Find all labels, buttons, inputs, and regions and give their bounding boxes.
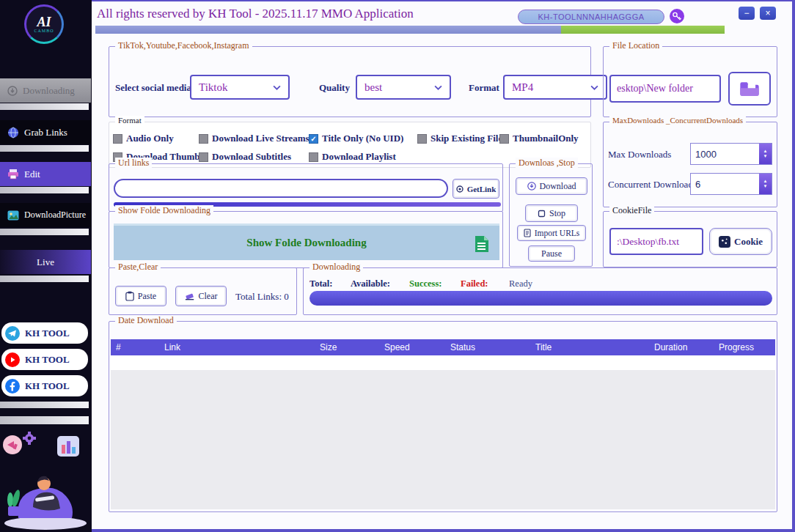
globe-icon — [7, 127, 19, 138]
import-file-icon — [524, 229, 531, 237]
app-logo: AI CAMBO — [24, 4, 64, 44]
youtube-icon — [5, 352, 20, 367]
chevron-down-icon — [590, 85, 598, 90]
column-header[interactable]: # — [111, 342, 159, 352]
social-media-select[interactable]: Tiktok — [190, 75, 290, 100]
divider — [0, 416, 89, 424]
download-icon — [527, 182, 536, 191]
import-urls-button[interactable]: Import URLs — [517, 225, 586, 241]
format-label: Format — [469, 82, 499, 94]
column-header[interactable]: Size — [315, 342, 379, 352]
checkbox-label: Download Playlist — [322, 151, 396, 163]
downloading-status-group: Downloading Total: Available: Success: F… — [303, 267, 777, 315]
divider — [0, 145, 89, 152]
spinner-down-icon[interactable]: ▼ — [763, 184, 768, 189]
selected-value: MP4 — [512, 81, 533, 94]
image-icon — [7, 210, 19, 221]
sidebar-item-label: Live — [37, 256, 54, 268]
column-header[interactable]: Duration — [649, 342, 714, 352]
download-controls-group: Downloas ,Stop Download Stop Import URLs… — [509, 163, 593, 267]
progress-segment-green — [561, 26, 725, 34]
group-title: Downloading — [309, 262, 363, 273]
column-header[interactable]: Speed — [379, 342, 445, 352]
checkbox-icon — [199, 152, 208, 162]
paste-clear-group: Paste,Clear Paste Clear Total Links: 0 — [109, 267, 297, 315]
group-title: Show Folde Downloading — [115, 205, 213, 216]
stop-button[interactable]: Stop — [525, 204, 578, 222]
telegram-icon — [5, 326, 20, 341]
license-code-field[interactable]: KH-TOOLNNNAHHAGGGA — [518, 10, 664, 24]
telegram-link-button[interactable]: KH TOOL — [1, 322, 88, 344]
page-title: All rights reserved by KH Tool - 2025.11… — [97, 7, 414, 21]
checkbox-download-subtitles[interactable]: Download Subtitles — [199, 151, 291, 163]
youtube-link-button[interactable]: KH TOOL — [1, 349, 88, 370]
minimize-button[interactable]: − — [739, 7, 755, 20]
concurrent-downloads-spinner[interactable]: 6 ▲▼ — [690, 173, 772, 195]
progress-segment-blue — [95, 26, 561, 34]
checkbox-label: ThumbnailOnly — [513, 133, 579, 144]
checkbox-skip-existing-file[interactable]: Skip Existing File — [417, 133, 502, 144]
pause-button[interactable]: Pause — [528, 245, 575, 262]
sidebar-item-edit[interactable]: Edit — [0, 162, 91, 186]
spinner-up-icon[interactable]: ▲ — [763, 149, 768, 154]
checkbox-thumbnail-only[interactable]: ThumbnailOnly — [499, 133, 579, 144]
column-header[interactable]: Status — [445, 342, 530, 352]
spinner-up-icon[interactable]: ▲ — [763, 179, 768, 184]
download-button[interactable]: Download — [516, 177, 587, 195]
printer-icon — [7, 169, 19, 180]
file-location-input[interactable] — [609, 75, 721, 103]
table-header-row: # Link Size Speed Status Title Duration … — [111, 339, 775, 355]
button-label: Cookie — [734, 236, 763, 248]
show-folder-button[interactable]: Show Folde Downloading — [114, 223, 499, 260]
column-header[interactable]: Progress — [714, 342, 772, 352]
checkbox-icon — [309, 134, 318, 144]
checkbox-icon — [309, 152, 318, 162]
paste-button[interactable]: Paste — [115, 286, 166, 306]
sidebar-item-grab-links[interactable]: Grab Links — [0, 120, 91, 144]
url-input[interactable] — [114, 179, 448, 198]
cookie-file-input[interactable] — [609, 228, 703, 255]
checkbox-audio-only[interactable]: Audio Only — [113, 133, 174, 144]
key-button[interactable] — [670, 9, 684, 23]
spinner-down-icon[interactable]: ▼ — [763, 154, 768, 159]
group-title: File Location — [609, 40, 662, 51]
column-header[interactable]: Link — [159, 342, 315, 352]
logo-text: AI — [37, 15, 51, 29]
date-download-group: Date Download # Link Size Speed Status T… — [109, 321, 777, 512]
format-select[interactable]: MP4 — [503, 75, 607, 100]
checkbox-download-live-streams[interactable]: Download Live Streams — [199, 133, 309, 144]
spinner-value: 6 — [691, 174, 759, 194]
spinner-arrows[interactable]: ▲▼ — [759, 144, 772, 164]
facebook-link-button[interactable]: KH TOOL — [1, 375, 88, 396]
close-button[interactable]: × — [760, 7, 776, 20]
spinner-value: 1000 — [691, 144, 759, 164]
sidebar-item-label: Edit — [24, 169, 40, 180]
group-title: MaxDownloads _ConcurrentDownloads — [609, 116, 746, 125]
ready-status-label: Ready — [509, 278, 532, 289]
max-downloads-spinner[interactable]: 1000 ▲▼ — [690, 143, 772, 165]
quality-select[interactable]: best — [356, 75, 451, 100]
group-title: Date Download — [115, 315, 177, 326]
sidebar: AI CAMBO Downloading Grab Links Edit Dow… — [0, 0, 92, 532]
checkbox-icon — [499, 134, 509, 144]
sidebar-item-live[interactable]: Live — [0, 250, 91, 274]
sidebar-item-label: Downloading — [23, 85, 75, 97]
key-icon — [670, 9, 684, 23]
clear-button[interactable]: Clear — [175, 286, 227, 306]
sidebar-item-download-picture[interactable]: DownloadPicture — [0, 203, 91, 227]
max-downloads-label: Max Downloads — [608, 149, 671, 160]
sidebar-item-downloading[interactable]: Downloading — [0, 78, 91, 103]
spinner-arrows[interactable]: ▲▼ — [759, 174, 772, 194]
column-header[interactable]: Title — [530, 342, 649, 352]
checkbox-download-playlist[interactable]: Download Playlist — [309, 151, 396, 163]
max-downloads-group: MaxDownloads _ConcurrentDownloads Max Do… — [603, 122, 777, 207]
browse-folder-button[interactable] — [728, 72, 771, 106]
cookie-button[interactable]: Cookie — [709, 228, 772, 255]
success-stat-label: Success: — [409, 278, 442, 289]
get-link-button[interactable]: GetLink — [453, 179, 499, 199]
checkbox-icon — [199, 134, 208, 144]
social-label: KH TOOL — [25, 354, 70, 366]
checkbox-title-only-no-uid[interactable]: Title Only (No UID) — [309, 133, 403, 144]
file-location-group: File Location — [603, 46, 777, 117]
folder-icon — [739, 81, 760, 97]
